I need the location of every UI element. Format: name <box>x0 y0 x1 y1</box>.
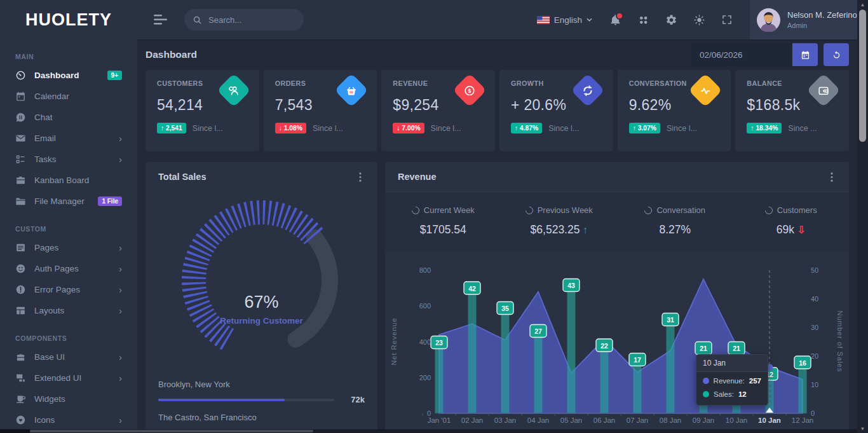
vertical-scroll-thumb[interactable] <box>859 10 866 142</box>
calendar-button[interactable] <box>792 43 818 66</box>
sales-bar-value: 17 <box>634 356 641 364</box>
stat-card-orders: ORDERS7,543↓ 1.08%Since l... <box>264 70 377 151</box>
horizontal-scroll-thumb[interactable] <box>30 430 313 432</box>
left-axis-tick: 200 <box>419 374 431 381</box>
stat-card-footer: ↓ 1.08%Since l... <box>275 123 366 134</box>
x-axis-label: 03 Jan <box>494 416 517 424</box>
x-axis-label: 08 Jan <box>660 416 682 424</box>
sales-bar[interactable] <box>534 336 543 414</box>
chevron-right-icon: › <box>119 306 122 315</box>
revenue-stat-customers[interactable]: Customers69k ⇩ <box>733 205 850 237</box>
stat-card-customers: CUSTOMERS54,214↑ 2,541Since l... <box>146 70 259 151</box>
sales-bar[interactable] <box>667 325 675 414</box>
sidebar-item-extended-ui[interactable]: Extended UI› <box>0 368 137 388</box>
tooltip-value: 12 <box>738 390 747 398</box>
sales-bar[interactable] <box>600 350 609 413</box>
stat-card-footer: ↑ 3.07%Since l... <box>629 123 720 134</box>
sales-bar-value: 21 <box>733 345 740 352</box>
revenue-stat-value: 69k <box>776 223 794 236</box>
revenue-stat-conversation[interactable]: Conversation8.27% <box>617 205 733 237</box>
sidebar-item-tasks[interactable]: Tasks› <box>0 149 137 170</box>
calendar-icon <box>15 91 26 102</box>
revenue-stat-label: Current Week <box>424 205 475 215</box>
sidebar-item-icons[interactable]: Icons› <box>0 409 137 430</box>
horizontal-scrollbar[interactable] <box>0 429 857 433</box>
folder-icon <box>15 196 26 207</box>
apps-grid-icon[interactable] <box>637 14 649 26</box>
menu-toggle-icon[interactable] <box>154 14 169 25</box>
content-row: Total Sales 67% Returning Customer Brook… <box>137 162 857 433</box>
sidebar-section-header: MAIN <box>15 53 122 60</box>
sidebar-item-calendar[interactable]: Calendar <box>0 86 137 107</box>
sales-bar-value: 16 <box>799 359 806 367</box>
sidebar-item-layouts[interactable]: Layouts› <box>0 300 137 321</box>
sales-bar-value: 22 <box>600 342 608 350</box>
sales-bar[interactable] <box>567 291 576 414</box>
sidebar-item-pages[interactable]: Pages› <box>0 237 137 258</box>
brand-logo[interactable]: HUOLETY <box>0 0 137 39</box>
user-menu[interactable]: Nelson M. Zeferino Admin <box>750 0 857 39</box>
page-title: Dashboard <box>146 49 197 60</box>
sales-bar[interactable] <box>799 368 807 413</box>
revenue-stat-current-week[interactable]: Current Week$1705.54 <box>385 205 501 237</box>
stat-card-balance: BALANCE$168.5k↑ 18.34%Since ... <box>735 70 849 151</box>
vertical-scrollbar[interactable]: ▲ ▼ <box>857 0 868 433</box>
revenue-stat-label-row: Conversation <box>617 205 733 215</box>
arrow-up-icon: ↑ <box>515 125 520 132</box>
language-selector[interactable]: English <box>537 15 592 25</box>
sidebar-item-file-manager[interactable]: File Manager1 File <box>0 191 137 212</box>
search-input[interactable] <box>207 15 292 25</box>
user-name: Nelson M. Zeferino <box>787 10 857 20</box>
location-progress-row: 72k <box>158 395 365 404</box>
refresh-icon <box>832 50 841 60</box>
sales-bar[interactable] <box>468 293 477 413</box>
location-name: Brooklyn, New York <box>158 380 365 389</box>
notifications-bell-icon[interactable] <box>609 14 621 26</box>
sales-bar[interactable] <box>634 365 642 414</box>
right-axis-tick: 20 <box>811 352 818 360</box>
fullscreen-icon[interactable] <box>721 14 733 25</box>
scroll-up-arrow[interactable]: ▲ <box>857 0 868 9</box>
right-axis-tick: 50 <box>811 266 818 274</box>
x-axis-label: Jan '01 <box>428 416 451 424</box>
revenue-stat-value-row: $1705.54 <box>385 223 501 237</box>
sales-bar[interactable] <box>435 348 444 414</box>
language-label: English <box>554 15 582 25</box>
sidebar-item-label: Dashboard <box>34 71 79 80</box>
location-item-brooklyn-new-york: Brooklyn, New York72k <box>158 380 365 404</box>
chevron-right-icon: › <box>119 285 122 294</box>
kanban-icon <box>15 175 26 186</box>
sidebar-item-auth-pages[interactable]: Auth Pages› <box>0 258 137 279</box>
user-role: Admin <box>787 22 857 29</box>
date-input[interactable] <box>691 43 792 66</box>
sidebar-item-dashboard[interactable]: Dashboard9+ <box>0 65 137 86</box>
scroll-down-arrow[interactable]: ▼ <box>857 424 868 433</box>
sidebar-item-base-ui[interactable]: Base UI› <box>0 347 137 368</box>
sales-bar[interactable] <box>501 313 510 414</box>
total-sales-card: Total Sales 67% Returning Customer Brook… <box>146 162 377 433</box>
revenue-stat-previous-week[interactable]: Previous Week$6,523.25 ↑ <box>501 205 618 237</box>
sidebar-item-label: Auth Pages <box>34 264 79 273</box>
theme-sun-icon[interactable] <box>693 14 705 26</box>
clock-circle-icon <box>524 205 534 216</box>
search-box <box>184 9 304 31</box>
revenue-menu-icon[interactable] <box>827 172 836 182</box>
sidebar-item-chat[interactable]: Chat <box>0 107 137 128</box>
sidebar-section-header: CUSTOM <box>15 225 122 233</box>
sidebar-item-label: Base UI <box>34 352 65 362</box>
sidebar-item-kanban-board[interactable]: Kanban Board <box>0 170 137 191</box>
sidebar-item-widgets[interactable]: Widgets <box>0 388 137 409</box>
total-sales-title: Total Sales <box>158 172 206 182</box>
revenue-stat-label-row: Previous Week <box>501 205 618 215</box>
sidebar-item-label: Layouts <box>34 306 64 315</box>
sidebar-item-label: Icons <box>34 415 55 425</box>
gauge-label: Returning Customer <box>146 316 377 326</box>
sidebar-item-email[interactable]: Email› <box>0 128 137 149</box>
sidebar-item-error-pages[interactable]: Error Pages› <box>0 279 137 300</box>
settings-gear-icon[interactable] <box>665 14 677 26</box>
stat-card-since: Since l... <box>313 124 343 133</box>
auth-pages-icon <box>15 263 26 274</box>
refresh-button[interactable] <box>824 43 849 66</box>
gauge-svg <box>157 191 367 369</box>
total-sales-menu-icon[interactable] <box>356 172 365 182</box>
